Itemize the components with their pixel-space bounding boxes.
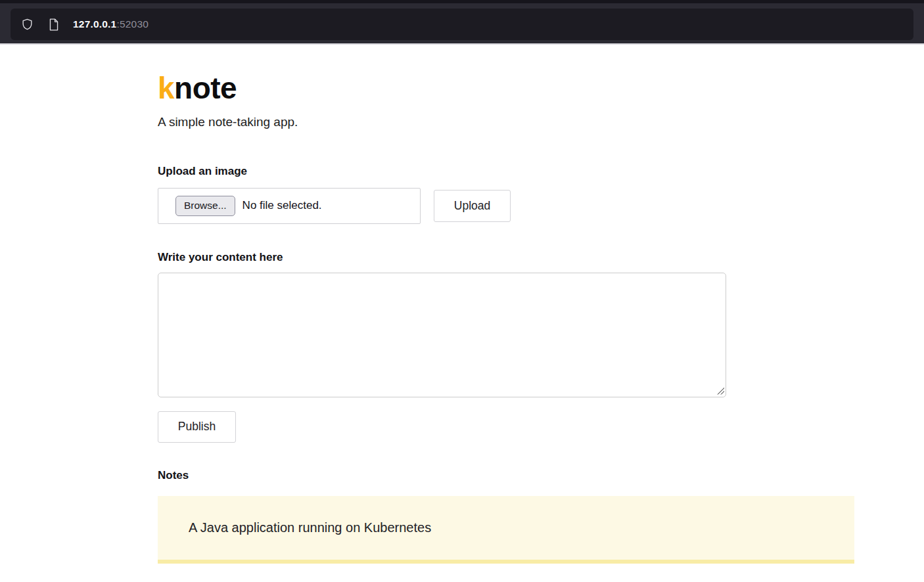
no-file-selected-text: No file selected. [243,199,322,212]
url-port: :52030 [116,18,149,30]
note-card: A Java application running on Kubernetes [158,496,854,564]
upload-section-label: Upload an image [158,165,924,178]
content-textarea[interactable] [158,273,726,397]
browser-chrome: 127.0.0.1:52030 [0,0,924,45]
page-icon[interactable] [47,18,60,31]
notes-heading: Notes [158,469,924,482]
logo-rest: note [174,71,237,105]
browse-button[interactable]: Browse... [175,196,235,216]
file-input[interactable]: Browse... No file selected. [158,188,421,224]
editor-section-label: Write your content here [158,251,924,264]
upload-row: Browse... No file selected. Upload [158,188,924,224]
upload-button[interactable]: Upload [434,190,511,222]
shield-icon[interactable] [20,18,34,31]
publish-button[interactable]: Publish [158,411,236,443]
browser-top-strip [0,0,924,3]
app-tagline: A simple note-taking app. [158,115,924,129]
page-content: knote A simple note-taking app. Upload a… [0,45,924,564]
note-text: A Java application running on Kubernetes [189,520,431,535]
url-host: 127.0.0.1 [73,18,116,30]
app-logo: knote [158,72,924,105]
address-bar[interactable]: 127.0.0.1:52030 [11,9,913,40]
url-text[interactable]: 127.0.0.1:52030 [73,18,149,30]
textarea-wrapper [158,273,726,397]
logo-accent-letter: k [158,71,174,105]
